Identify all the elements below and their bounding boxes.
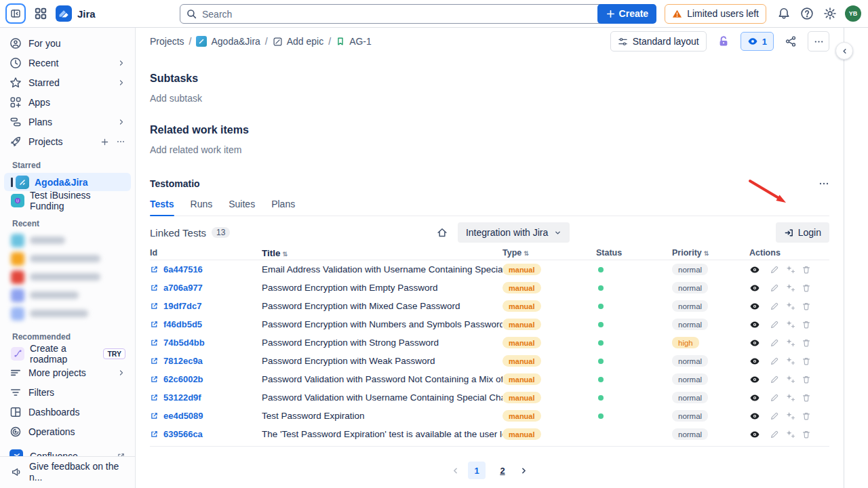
watch-icon[interactable]	[749, 264, 760, 275]
edit-icon[interactable]	[770, 283, 779, 293]
breadcrumb-project[interactable]: Agoda&Jira	[196, 36, 260, 47]
watch-icon[interactable]	[749, 392, 760, 403]
delete-icon[interactable]	[802, 338, 811, 348]
search-input[interactable]	[180, 4, 624, 24]
ai-sparkle-icon[interactable]	[785, 338, 795, 348]
test-id-link[interactable]: f46db5d5	[163, 319, 202, 329]
recent-project-placeholder[interactable]	[4, 231, 131, 249]
delete-icon[interactable]	[802, 375, 811, 384]
edit-icon[interactable]	[770, 302, 779, 311]
tab-runs[interactable]: Runs	[191, 199, 213, 216]
watch-icon[interactable]	[749, 356, 760, 367]
notifications-button[interactable]	[777, 7, 791, 20]
edit-icon[interactable]	[770, 357, 779, 366]
sidebar-item-dashboards[interactable]: Dashboards	[4, 403, 131, 422]
collapse-panel-button[interactable]	[835, 42, 853, 60]
watch-icon[interactable]	[749, 429, 760, 440]
issue-more-actions-button[interactable]	[808, 31, 829, 52]
sidebar-item-create-roadmap[interactable]: Create a roadmap TRY	[4, 344, 131, 363]
test-id-link[interactable]: a706a977	[163, 283, 203, 293]
edit-icon[interactable]	[770, 320, 779, 329]
delete-icon[interactable]	[802, 430, 811, 439]
testomatio-more-button[interactable]	[818, 178, 829, 189]
column-header-status[interactable]: Status	[596, 248, 672, 258]
watch-icon[interactable]	[749, 283, 760, 293]
recent-project-placeholder[interactable]	[4, 286, 131, 304]
edit-icon[interactable]	[770, 393, 779, 403]
sidebar-item-filters[interactable]: Filters	[4, 383, 131, 402]
add-related-work-item-link[interactable]: Add related work item	[150, 144, 829, 155]
sidebar-item-more-projects[interactable]: More projects	[4, 363, 131, 382]
projects-more-icon[interactable]	[116, 137, 125, 146]
breadcrumb-add-epic[interactable]: Add epic	[273, 36, 323, 47]
delete-icon[interactable]	[802, 320, 811, 329]
project-selector-dropdown[interactable]: Integration with Jira	[458, 222, 570, 243]
page-1-button[interactable]: 1	[468, 462, 486, 479]
create-button[interactable]: Create	[597, 4, 657, 24]
ai-sparkle-icon[interactable]	[785, 392, 795, 403]
add-project-icon[interactable]	[100, 138, 109, 146]
sidebar-item-operations[interactable]: Operations	[4, 422, 131, 441]
edit-icon[interactable]	[770, 430, 779, 439]
sidebar-toggle-button[interactable]	[5, 3, 26, 24]
ai-sparkle-icon[interactable]	[785, 283, 795, 293]
column-header-title[interactable]: Title⇅	[262, 248, 502, 258]
delete-icon[interactable]	[802, 302, 811, 311]
edit-icon[interactable]	[770, 411, 779, 421]
home-icon[interactable]	[436, 226, 448, 239]
login-button[interactable]: Login	[776, 222, 829, 243]
sidebar-item-plans[interactable]: Plans	[4, 113, 131, 131]
test-id-link[interactable]: 53122d9f	[163, 392, 201, 403]
viewers-button[interactable]: 1	[741, 32, 774, 51]
watch-icon[interactable]	[749, 301, 760, 312]
test-id-link[interactable]: 7812ec9a	[163, 356, 203, 366]
ai-sparkle-icon[interactable]	[785, 429, 795, 439]
sidebar-item-for-you[interactable]: For you	[4, 34, 131, 53]
ai-sparkle-icon[interactable]	[785, 356, 795, 366]
column-header-type[interactable]: Type⇅	[502, 248, 596, 258]
user-avatar[interactable]: YB	[845, 5, 861, 22]
edit-icon[interactable]	[770, 338, 779, 348]
previous-page-button[interactable]	[451, 466, 460, 475]
test-id-link[interactable]: 6a447516	[163, 264, 203, 274]
watch-icon[interactable]	[749, 411, 760, 422]
edit-icon[interactable]	[770, 265, 779, 274]
sidebar-item-starred[interactable]: Starred	[4, 73, 131, 92]
help-button[interactable]	[800, 7, 814, 20]
recent-project-placeholder[interactable]	[4, 268, 131, 286]
recent-project-placeholder[interactable]	[4, 249, 131, 268]
sidebar-item-confluence[interactable]: Confluence	[4, 447, 131, 456]
test-id-link[interactable]: ee4d5089	[163, 411, 203, 421]
test-id-link[interactable]: 62c6002b	[163, 374, 203, 384]
test-id-link[interactable]: 639566ca	[163, 429, 203, 439]
column-header-priority[interactable]: Priority⇅	[672, 248, 749, 258]
ai-sparkle-icon[interactable]	[785, 264, 795, 274]
tab-plans[interactable]: Plans	[271, 199, 295, 216]
delete-icon[interactable]	[802, 265, 811, 274]
limited-users-button[interactable]: Limited users left	[665, 4, 766, 24]
ai-sparkle-icon[interactable]	[785, 411, 795, 421]
watch-icon[interactable]	[749, 319, 760, 330]
test-id-link[interactable]: 74b5d4bb	[163, 338, 205, 348]
breadcrumb-projects[interactable]: Projects	[150, 36, 184, 47]
test-id-link[interactable]: 19df7dc7	[163, 301, 201, 311]
sidebar-item-apps[interactable]: Apps	[4, 93, 131, 112]
jira-home-link[interactable]: Jira	[56, 5, 96, 22]
delete-icon[interactable]	[802, 393, 811, 403]
unlock-button[interactable]	[713, 31, 734, 52]
edit-icon[interactable]	[770, 375, 779, 384]
share-button[interactable]	[781, 31, 801, 52]
standard-layout-button[interactable]: Standard layout	[610, 31, 707, 52]
watch-icon[interactable]	[749, 338, 760, 348]
give-feedback-button[interactable]: Give feedback on the n...	[4, 462, 131, 481]
ai-sparkle-icon[interactable]	[785, 374, 795, 384]
breadcrumb-issue-key[interactable]: AG-1	[336, 36, 372, 47]
settings-button[interactable]	[823, 7, 837, 20]
sidebar-item-projects[interactable]: Projects	[4, 132, 131, 151]
ai-sparkle-icon[interactable]	[785, 319, 795, 329]
next-page-button[interactable]	[519, 466, 528, 475]
delete-icon[interactable]	[802, 283, 811, 293]
delete-icon[interactable]	[802, 357, 811, 366]
delete-icon[interactable]	[802, 411, 811, 421]
sidebar-item-recent[interactable]: Recent	[4, 54, 131, 73]
